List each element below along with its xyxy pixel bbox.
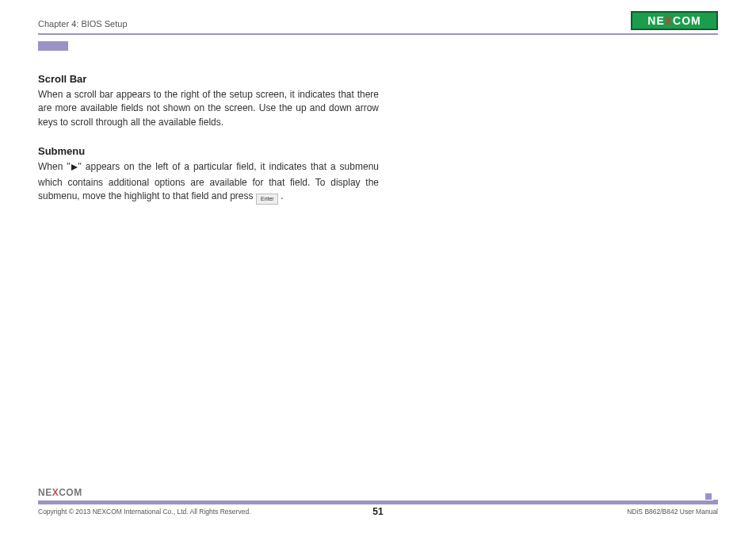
chapter-label: Chapter 4: BIOS Setup — [38, 19, 128, 29]
brand-logo: NEXCOM — [631, 11, 718, 30]
svg-marker-0 — [71, 164, 78, 171]
submenu-text-post: . — [278, 190, 284, 201]
footer-brand-logo: NEXCOM — [38, 487, 82, 498]
footer-logo-x: X — [52, 487, 59, 498]
submenu-text-pre: When " — [38, 161, 71, 172]
right-triangle-icon — [71, 162, 78, 175]
logo-pre: NE — [647, 14, 664, 27]
copyright-text: Copyright © 2013 NEXCOM International Co… — [38, 508, 250, 516]
body-scrollbar: When a scroll bar appears to the right o… — [38, 88, 379, 129]
footer-logo-post: COM — [59, 487, 82, 498]
submenu-text-mid: " appears on the left of a particular fi… — [38, 161, 379, 201]
logo-x: X — [665, 14, 673, 27]
footer-divider — [38, 500, 718, 504]
page-header: Chapter 4: BIOS Setup — [38, 16, 718, 35]
header-divider — [38, 33, 718, 35]
enter-key-icon: Enter — [256, 194, 278, 205]
logo-post: COM — [673, 14, 701, 27]
footer-logo-pre: NE — [38, 487, 52, 498]
main-content: Scroll Bar When a scroll bar appears to … — [38, 73, 379, 220]
page-number: 51 — [372, 506, 383, 517]
heading-scrollbar: Scroll Bar — [38, 73, 379, 85]
document-id: NDiS B862/B842 User Manual — [627, 508, 718, 516]
brand-logo-text: NEXCOM — [647, 14, 701, 27]
body-submenu: When "" appears on the left of a particu… — [38, 160, 379, 205]
heading-submenu: Submenu — [38, 145, 379, 157]
header-tab-decor — [38, 41, 68, 51]
footer-decor-icon — [702, 493, 718, 504]
